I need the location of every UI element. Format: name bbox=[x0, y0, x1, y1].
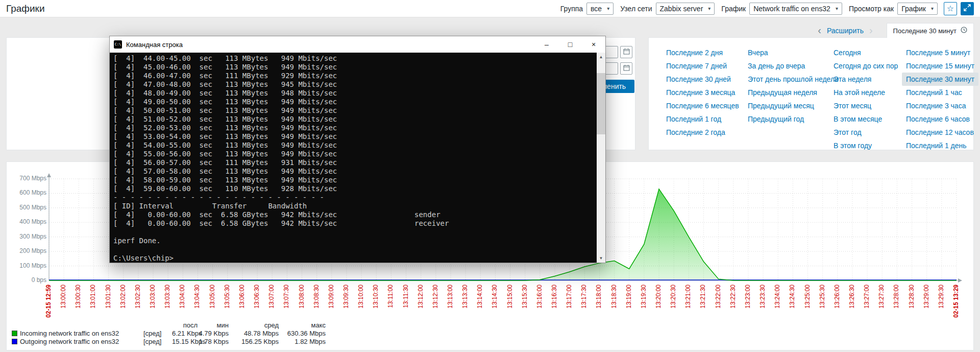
time-navigation: ‹ Расширить › Последние 30 минут bbox=[812, 23, 974, 38]
x-axis-label: 13:28:30 bbox=[908, 285, 915, 309]
time-range-link[interactable]: Последние 6 месяцев bbox=[662, 99, 743, 112]
time-range-link[interactable]: Последние 15 минут bbox=[902, 59, 978, 73]
x-axis-label: 13:07:00 bbox=[268, 285, 275, 309]
x-axis-label: 13:26:30 bbox=[848, 285, 855, 309]
zoom-out-link[interactable]: Расширить bbox=[827, 27, 864, 35]
filter-label-host: Узел сети bbox=[620, 5, 652, 13]
filter-select-group[interactable]: все▾ bbox=[586, 3, 614, 15]
x-axis-label: 13:20:30 bbox=[670, 285, 677, 309]
kiosk-fullscreen-button[interactable] bbox=[961, 2, 974, 15]
cmd-prompt-icon: C:\ bbox=[114, 40, 122, 49]
time-range-link[interactable]: Эта неделя bbox=[829, 73, 875, 86]
x-axis-label: 13:11:30 bbox=[402, 285, 409, 308]
series-name: Outgoing network traffic on ens32 bbox=[20, 338, 143, 346]
x-axis-label: 13:19:00 bbox=[625, 285, 632, 309]
time-range-link[interactable]: Последний 1 час bbox=[902, 86, 966, 99]
x-axis-label: 02-15 13:29 bbox=[952, 285, 960, 318]
stat-max: 1.82 Mbps bbox=[279, 338, 326, 346]
close-button[interactable]: × bbox=[582, 36, 605, 53]
cmd-window-controls: –□× bbox=[535, 36, 605, 53]
time-range-link[interactable]: Сегодня до сих пор bbox=[829, 59, 902, 73]
x-axis-label: 13:00:30 bbox=[75, 285, 82, 309]
time-range-link[interactable]: Последние 7 дней bbox=[662, 59, 731, 73]
maximize-button[interactable]: □ bbox=[558, 36, 582, 53]
scrollbar[interactable]: ▲ ▼ bbox=[597, 53, 605, 263]
y-axis-label: 700 Mbps bbox=[7, 175, 46, 182]
x-axis-label: 13:24:30 bbox=[789, 285, 796, 309]
x-axis-label: 02-15 12:59 bbox=[45, 285, 52, 318]
time-range-link[interactable]: Последние 30 дней bbox=[662, 73, 735, 86]
filter-select-view-as[interactable]: График▾ bbox=[897, 3, 938, 15]
y-axis-label: 500 Mbps bbox=[7, 204, 46, 211]
filter-label-group: Группа bbox=[560, 5, 583, 13]
x-axis-label: 13:26:00 bbox=[834, 285, 841, 309]
time-ranges-column: ВчераЗа день до вчераЭтот день прошлой н… bbox=[744, 46, 829, 150]
time-range-link[interactable]: Предыдущая неделя bbox=[744, 86, 821, 99]
scroll-down-arrow[interactable]: ▼ bbox=[597, 254, 605, 263]
x-axis-label: 13:06:00 bbox=[238, 285, 246, 309]
time-range-link[interactable]: Этот месяц bbox=[829, 99, 875, 112]
x-axis-label: 13:04:30 bbox=[193, 285, 201, 309]
time-range-link[interactable]: Этот год bbox=[829, 126, 866, 139]
scrollbar-thumb[interactable] bbox=[597, 73, 605, 134]
minimize-button[interactable]: – bbox=[535, 36, 558, 53]
time-range-link[interactable]: В этом году bbox=[829, 139, 876, 152]
time-range-link[interactable]: Вчера bbox=[744, 46, 772, 59]
time-range-link[interactable]: В этом месяце bbox=[829, 112, 886, 126]
x-axis-label: 13:16:30 bbox=[551, 285, 558, 309]
time-range-link[interactable]: Последние 5 минут bbox=[902, 46, 974, 59]
stat-avg: 48.78 Mbps bbox=[229, 330, 279, 338]
x-axis-label: 13:01:30 bbox=[105, 285, 112, 309]
time-range-link[interactable]: Последние 2 дня bbox=[662, 46, 727, 59]
time-range-link[interactable]: Сегодня bbox=[829, 46, 865, 59]
time-range-tab-label: Последние 30 минут bbox=[893, 27, 957, 35]
filter-select-graph[interactable]: Network traffic on ens32▾ bbox=[749, 3, 842, 15]
from-calendar-button[interactable] bbox=[620, 46, 632, 58]
x-axis-label: 13:13:30 bbox=[461, 285, 469, 309]
star-icon: ☆ bbox=[947, 5, 954, 13]
time-ranges-columns: Последние 2 дняПоследние 7 днейПоследние… bbox=[662, 46, 978, 150]
series-name: Incoming network traffic on ens32 bbox=[20, 330, 143, 338]
cmd-window: C:\ Командная строка –□× [ 4] 44.00-45.0… bbox=[109, 36, 606, 263]
time-range-link[interactable]: Предыдущий месяц bbox=[744, 99, 818, 112]
time-range-link[interactable]: На этой неделе bbox=[829, 86, 889, 99]
series-function: [сред] bbox=[143, 338, 172, 346]
time-range-link[interactable]: За день до вчера bbox=[744, 59, 809, 73]
scroll-up-arrow[interactable]: ▲ bbox=[597, 53, 605, 61]
chevron-right-icon[interactable]: › bbox=[864, 23, 878, 38]
chevron-down-icon: ▾ bbox=[836, 6, 838, 11]
selected-value: Zabbix server bbox=[660, 5, 703, 13]
time-range-link[interactable]: Последние 2 года bbox=[662, 126, 729, 139]
x-axis-label: 13:19:30 bbox=[640, 285, 647, 309]
cmd-window-titlebar[interactable]: C:\ Командная строка –□× bbox=[110, 36, 605, 53]
time-range-link[interactable]: Этот день прошлой недели bbox=[744, 73, 843, 86]
chevron-left-icon[interactable]: ‹ bbox=[812, 23, 827, 38]
x-axis-label: 13:05:30 bbox=[224, 285, 231, 309]
favorite-star-button[interactable]: ☆ bbox=[944, 2, 957, 15]
x-axis-label: 13:18:00 bbox=[595, 285, 602, 309]
x-axis-label: 13:06:30 bbox=[253, 285, 260, 309]
time-range-link[interactable]: Последний 1 день bbox=[902, 139, 971, 152]
x-axis-label: 13:05:00 bbox=[209, 285, 216, 309]
x-axis-label: 13:09:00 bbox=[328, 285, 335, 309]
time-range-link[interactable]: Последние 12 часов bbox=[902, 126, 978, 139]
time-range-link[interactable]: Последние 30 минут bbox=[902, 73, 978, 86]
y-axis-label: 200 Mbps bbox=[7, 247, 46, 254]
x-axis-label: 13:15:00 bbox=[506, 285, 513, 309]
time-range-link[interactable]: Последние 6 часов bbox=[902, 112, 974, 126]
x-axis-label: 13:24:00 bbox=[774, 285, 781, 309]
filter-select-host[interactable]: Zabbix server▾ bbox=[656, 3, 715, 15]
time-range-link[interactable]: Последние 3 часа bbox=[902, 99, 970, 112]
selected-value: Network traffic on ens32 bbox=[753, 5, 830, 13]
cmd-terminal-body[interactable]: [ 4] 44.00-45.00 sec 113 MBytes 949 Mbit… bbox=[110, 53, 597, 263]
to-calendar-button[interactable] bbox=[620, 62, 632, 75]
stat-avg: 156.25 Kbps bbox=[229, 338, 279, 346]
time-range-link[interactable]: Последние 3 месяца bbox=[662, 86, 739, 99]
x-axis-label: 13:12:00 bbox=[417, 285, 424, 309]
stat-min: 4.79 Kbps bbox=[198, 330, 229, 338]
time-range-link[interactable]: Последний 1 год bbox=[662, 112, 725, 126]
time-range-tab[interactable]: Последние 30 минут bbox=[887, 23, 974, 38]
x-axis-label: 13:09:30 bbox=[342, 285, 350, 309]
time-range-link[interactable]: Предыдущий год bbox=[744, 112, 808, 126]
x-axis-label: 13:27:30 bbox=[878, 285, 885, 309]
